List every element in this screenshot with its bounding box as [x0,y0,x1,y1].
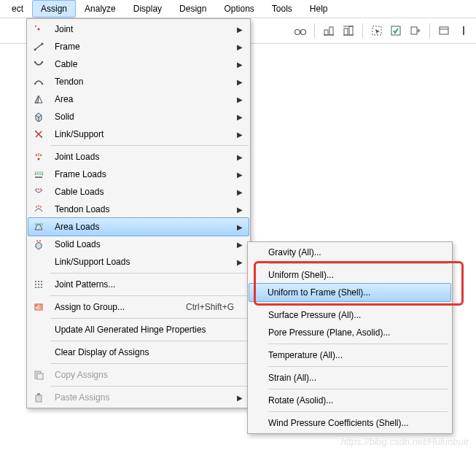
menu-item-joint-loads[interactable]: Joint Loads▶ [28,148,249,166]
assign-menu: Joint▶Frame▶Cable▶Tendon▶Area▶Solid▶Link… [26,18,251,408]
svg-point-22 [42,83,43,85]
submenu-arrow-icon: ▶ [237,61,243,69]
separator [50,386,249,387]
submenu-item-uniform-shell-[interactable]: Uniform (Shell)... [249,266,450,284]
submenu-item-rotate-asolid-[interactable]: Rotate (Asolid)... [249,392,450,409]
menu-item-label: Area [49,94,249,104]
submenu-item-pore-pressure-plane-asolid-[interactable]: Pore Pressure (Plane, Asolid)... [249,324,450,341]
toolbar-check-icon[interactable] [388,22,404,39]
menu-item-area-loads[interactable]: Area Loads▶ [28,217,249,236]
submenu-arrow-icon: ▶ [237,171,243,179]
svg-point-30 [38,284,39,285]
svg-rect-5 [344,28,348,35]
menu-item-icon [28,55,49,73]
menu-analyze[interactable]: Analyze [76,0,125,18]
toolbar-align-icon[interactable] [321,22,337,39]
menu-item-label: Frame [49,42,249,52]
separator [268,411,448,412]
menu-item-cable-loads[interactable]: Cable Loads▶ [28,183,249,201]
submenu-arrow-icon: ▶ [237,206,243,214]
menu-item-tendon[interactable]: Tendon▶ [28,73,249,90]
menu-item-icon [28,236,49,253]
menu-assign[interactable]: Assign [32,0,76,18]
toolbar-bar-icon[interactable] [456,22,472,39]
menu-item-icon [28,201,49,218]
menu-item-tendon-loads[interactable]: Tendon Loads▶ [28,201,249,218]
svg-point-27 [38,281,39,282]
menu-item-icon [28,20,49,38]
submenu-item-label: Uniform (Shell)... [268,270,334,280]
toolbar-window-icon[interactable] [436,22,452,39]
menu-item-cable[interactable]: Cable▶ [28,55,249,73]
submenu-item-wind-pressure-coefficients-shell-[interactable]: Wind Pressure Coefficients (Shell)... [249,414,450,432]
submenu-item-uniform-to-frame-shell-[interactable]: Uniform to Frame (Shell)... [249,283,451,302]
menu-item-icon [28,366,49,384]
submenu-arrow-icon: ▶ [237,258,243,266]
submenu-item-temperature-all-[interactable]: Temperature (All)... [249,346,450,364]
menu-item-clear-display-of-assigns[interactable]: Clear Display of Assigns [28,344,249,361]
menu-item-label: Tendon [49,77,249,87]
svg-point-18 [42,43,44,45]
svg-point-28 [41,281,42,282]
menu-item-paste-assigns: Paste Assigns▶ [28,389,249,406]
menu-select[interactable]: ect [3,0,32,18]
menu-item-icon [28,90,49,108]
menu-item-label: Solid [49,112,249,122]
svg-rect-39 [36,395,42,402]
svg-rect-35 [35,304,42,310]
separator [50,341,249,341]
toolbar-valign-icon[interactable] [340,22,356,39]
toolbar-select-icon[interactable] [369,22,385,39]
menu-item-icon [28,108,49,125]
submenu-item-gravity-all-[interactable]: Gravity (All)... [249,244,450,261]
menu-item-joint-patterns-[interactable]: Joint Patterns... [28,276,249,293]
submenu-arrow-icon: ▶ [237,241,243,249]
menu-item-label: Solid Loads [49,239,249,249]
submenu-item-label: Surface Pressure (All)... [268,310,361,320]
submenu-item-surface-pressure-all-[interactable]: Surface Pressure (All)... [249,306,450,324]
menu-item-copy-assigns: Copy Assigns [28,366,249,384]
toolbar-glasses-icon[interactable] [292,22,308,39]
menu-item-icon [28,253,49,271]
menu-item-frame[interactable]: Frame▶ [28,38,249,55]
separator [50,273,249,274]
menu-item-link-support-loads[interactable]: Link/Support Loads▶ [28,253,249,271]
separator [50,318,249,319]
menu-item-label: Copy Assigns [49,370,249,380]
svg-rect-40 [37,393,40,395]
separator [50,145,249,146]
separator [314,23,315,38]
menu-tools[interactable]: Tools [263,0,301,18]
menu-item-frame-loads[interactable]: Frame Loads▶ [28,166,249,183]
submenu-item-strain-all-[interactable]: Strain (All)... [249,369,450,387]
menu-item-update-all-generated-hinge-properties[interactable]: Update All Generated Hinge Properties [28,321,249,338]
svg-rect-37 [35,371,41,379]
menu-item-assign-to-group-[interactable]: Assign to Group...Ctrl+Shift+G [28,298,249,316]
svg-point-0 [294,30,300,35]
menu-item-solid[interactable]: Solid▶ [28,108,249,125]
menu-design[interactable]: Design [171,0,215,18]
menu-help[interactable]: Help [301,0,337,18]
svg-point-34 [41,287,42,288]
menu-item-label: Link/Support [49,129,249,139]
menu-item-area[interactable]: Area▶ [28,90,249,108]
menu-options[interactable]: Options [215,0,262,18]
menu-item-icon [28,321,49,338]
svg-point-23 [35,131,36,132]
submenu-arrow-icon: ▶ [237,223,243,231]
separator [362,23,363,38]
toolbar-play-icon[interactable] [407,22,424,39]
separator [268,344,448,344]
menu-item-solid-loads[interactable]: Solid Loads▶ [28,236,249,253]
svg-point-29 [35,284,36,285]
svg-point-32 [35,287,36,288]
separator [50,295,249,296]
menu-item-icon [28,73,49,90]
menu-item-label: Joint Loads [49,152,249,162]
menu-item-joint[interactable]: Joint▶ [28,20,249,38]
menu-item-link-support[interactable]: Link/Support▶ [28,125,249,143]
submenu-item-label: Temperature (All)... [268,350,343,360]
svg-point-31 [41,284,42,285]
menu-item-icon [28,218,49,236]
menu-display[interactable]: Display [125,0,171,18]
